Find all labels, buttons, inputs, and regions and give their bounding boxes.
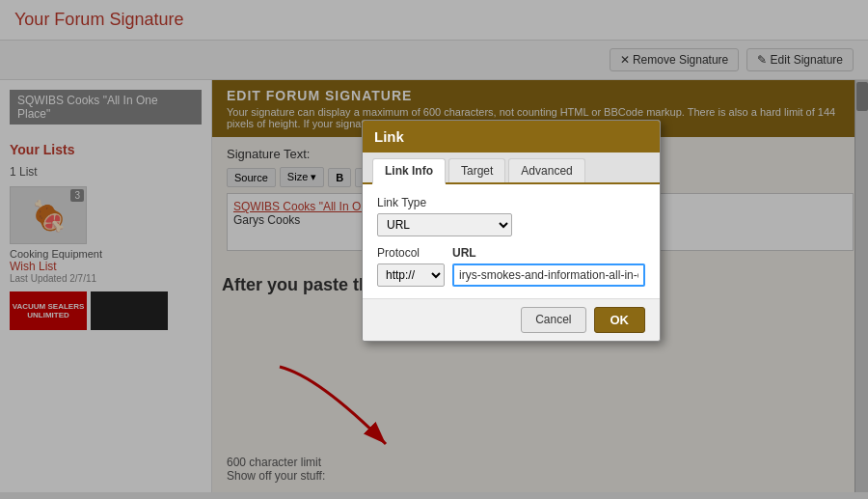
page-wrapper: Your Forum Signature ✕ Remove Signature … [0,0,868,499]
url-group: URL [452,246,645,287]
modal-title-bar: Link [363,121,660,152]
tab-link-info[interactable]: Link Info [372,158,446,184]
protocol-select[interactable]: http:// https:// ftp:// [377,263,445,287]
modal-tabs: Link Info Target Advanced [363,152,660,184]
tab-target[interactable]: Target [448,158,505,182]
modal-body: Link Type URL Protocol http:// ht [363,184,660,298]
link-type-group: Link Type URL [377,196,645,236]
protocol-group: Protocol http:// https:// ftp:// [377,246,445,287]
modal-overlay: Link Link Info Target Advanced Link Type… [0,0,868,499]
url-input[interactable] [452,263,645,287]
modal-dialog: Link Link Info Target Advanced Link Type… [362,120,661,342]
link-type-label: Link Type [377,196,645,209]
tab-advanced[interactable]: Advanced [508,158,584,182]
protocol-label: Protocol [377,246,445,260]
protocol-url-row: Protocol http:// https:// ftp:// URL [377,246,645,287]
cancel-button[interactable]: Cancel [521,307,585,333]
modal-footer: Cancel OK [363,298,660,341]
link-type-select[interactable]: URL [377,213,512,236]
ok-button[interactable]: OK [594,307,646,333]
url-label: URL [452,246,645,260]
